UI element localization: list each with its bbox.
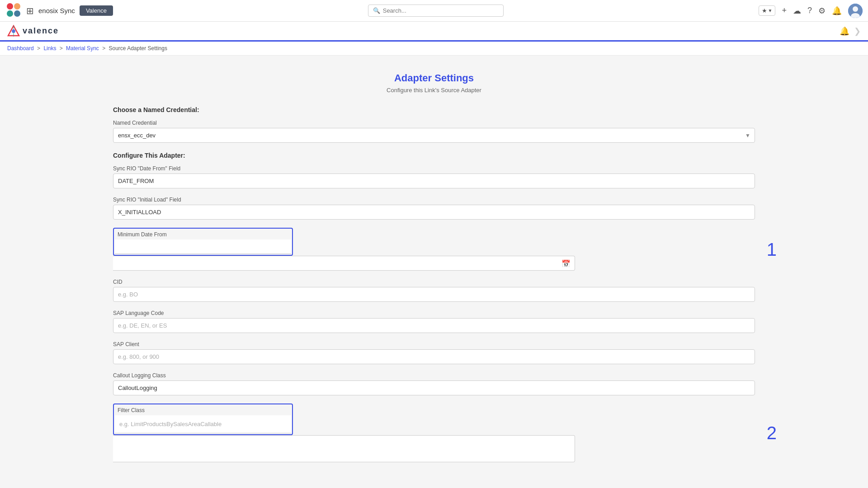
sync-rio-initial-load-input[interactable] (113, 205, 755, 220)
minimum-date-from-input[interactable] (115, 239, 291, 254)
minimum-date-from-date-input[interactable] (113, 256, 575, 271)
app-name-label: enosix Sync (38, 7, 75, 14)
breadcrumb-sep-1: > (37, 45, 42, 52)
named-credential-select[interactable]: ensx_ecc_dev option2 option3 (113, 128, 755, 143)
named-credential-group: Named Credential ensx_ecc_dev option2 op… (113, 120, 755, 143)
main-content: Adapter Settings Configure this Link's S… (104, 59, 764, 484)
svg-point-3 (14, 10, 20, 17)
annotation-1: 1 (767, 239, 777, 259)
sap-language-input[interactable] (113, 318, 755, 333)
valence-tab[interactable]: Valence (80, 5, 113, 16)
svg-point-0 (7, 3, 13, 9)
named-credential-select-wrapper: ensx_ecc_dev option2 option3 ▼ (113, 128, 755, 143)
breadcrumb-current: Source Adapter Settings (109, 45, 167, 52)
breadcrumb-dashboard[interactable]: Dashboard (7, 45, 34, 52)
svg-point-2 (7, 10, 13, 17)
filter-class-label: Filter Class (115, 405, 291, 413)
valence-logo: valence (7, 25, 59, 38)
sap-client-input[interactable] (113, 349, 755, 364)
callout-logging-label: Callout Logging Class (113, 372, 755, 379)
sync-rio-initial-load-label: Sync RIO "Initial Load" Field (113, 197, 755, 203)
cloud-icon[interactable]: ☁ (793, 6, 801, 16)
filter-class-highlight: Filter Class (113, 404, 293, 435)
notification-icon[interactable]: 🔔 (832, 6, 842, 16)
filter-class-extended-input[interactable] (113, 435, 575, 462)
breadcrumb: Dashboard > Links > Material Sync > Sour… (0, 42, 868, 56)
svg-point-1 (14, 3, 20, 9)
search-bar: 🔍 (368, 5, 504, 17)
callout-logging-input[interactable] (113, 380, 755, 395)
svg-point-5 (853, 6, 858, 12)
credential-section-heading: Choose a Named Credential: (113, 106, 755, 113)
breadcrumb-links[interactable]: Links (43, 45, 56, 52)
breadcrumb-material-sync[interactable]: Material Sync (66, 45, 99, 52)
cid-group: CID (113, 279, 755, 302)
sap-client-label: SAP Client (113, 341, 755, 347)
grid-icon[interactable]: ⊞ (26, 5, 34, 16)
sap-client-group: SAP Client (113, 341, 755, 364)
sub-nav-right: 🔔 ❯ (840, 26, 861, 36)
minimum-date-from-highlight: Minimum Date From (113, 228, 293, 256)
sub-nav: valence 🔔 ❯ (0, 22, 868, 42)
callout-logging-group: Callout Logging Class (113, 372, 755, 395)
page-subtitle: Configure this Link's Source Adapter (113, 87, 755, 94)
dropdown-arrow: ▼ (768, 8, 773, 13)
cid-input[interactable] (113, 287, 755, 302)
filter-class-input[interactable] (115, 415, 291, 433)
app-logo[interactable] (5, 2, 22, 19)
avatar[interactable] (848, 4, 863, 18)
named-credential-label: Named Credential (113, 120, 755, 126)
sap-language-label: SAP Language Code (113, 310, 755, 316)
annotation-2: 2 (767, 423, 777, 443)
page-title: Adapter Settings (113, 72, 755, 84)
search-icon: 🔍 (373, 7, 380, 14)
subnav-sidebar-icon[interactable]: ❯ (854, 26, 861, 36)
minimum-date-from-label: Minimum Date From (115, 230, 291, 238)
sync-rio-date-from-label: Sync RIO "Date From" Field (113, 165, 755, 172)
sync-rio-date-from-group: Sync RIO "Date From" Field (113, 165, 755, 188)
top-bar-left: ⊞ enosix Sync Valence (5, 2, 113, 19)
sync-rio-date-from-input[interactable] (113, 174, 755, 188)
settings-icon[interactable]: ⚙ (818, 6, 826, 16)
add-icon[interactable]: + (782, 6, 787, 15)
breadcrumb-sep-3: > (102, 45, 107, 52)
cid-label: CID (113, 279, 755, 285)
star-icon: ★ (762, 7, 767, 14)
minimum-date-from-group: Minimum Date From 📅 1 (113, 228, 755, 271)
subnav-bell-icon[interactable]: 🔔 (840, 26, 849, 36)
valence-brand-text: valence (23, 26, 59, 36)
calendar-icon: 📅 (561, 259, 571, 267)
search-input[interactable] (383, 7, 499, 14)
help-icon[interactable]: ? (807, 6, 812, 15)
valence-logo-mark (7, 25, 20, 38)
filter-class-group: Filter Class 2 (113, 404, 755, 462)
top-bar-right: ★ ▼ + ☁ ? ⚙ 🔔 (759, 4, 863, 18)
adapter-section-heading: Configure This Adapter: (113, 152, 755, 159)
star-badge[interactable]: ★ ▼ (759, 5, 776, 16)
top-bar: ⊞ enosix Sync Valence 🔍 ★ ▼ + ☁ ? ⚙ 🔔 (0, 0, 868, 22)
sync-rio-initial-load-group: Sync RIO "Initial Load" Field (113, 197, 755, 220)
sap-language-group: SAP Language Code (113, 310, 755, 333)
breadcrumb-sep-2: > (60, 45, 64, 52)
